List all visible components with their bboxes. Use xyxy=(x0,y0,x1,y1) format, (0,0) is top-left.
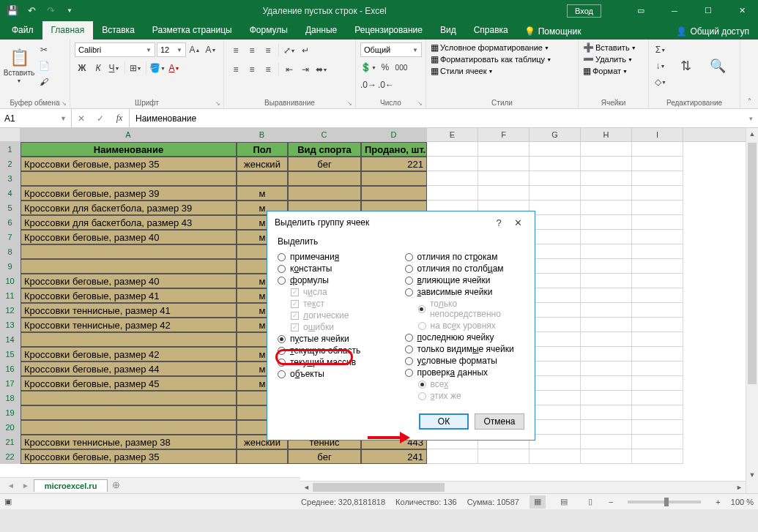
cell[interactable] xyxy=(478,171,530,186)
cell[interactable] xyxy=(530,376,581,391)
cell[interactable] xyxy=(581,201,632,215)
expand-fbar-icon[interactable]: ▾ xyxy=(743,115,758,122)
cell[interactable] xyxy=(581,332,632,347)
radio-data-validation[interactable]: проверка данных xyxy=(405,367,525,378)
cell[interactable]: Кроссовки беговые, размер 40 xyxy=(21,230,237,244)
select-all-corner[interactable] xyxy=(0,128,21,141)
tab-layout[interactable]: Разметка страницы xyxy=(144,21,241,40)
wrap-text-icon[interactable]: ↵ xyxy=(298,43,313,58)
launcher-icon[interactable]: ↘ xyxy=(215,100,220,107)
cell[interactable] xyxy=(530,361,581,376)
row-header[interactable]: 11 xyxy=(0,288,21,303)
tab-help[interactable]: Справка xyxy=(465,21,517,40)
column-header[interactable]: H xyxy=(581,128,632,141)
autosum-icon[interactable]: Σ ▼ xyxy=(653,42,668,57)
cell[interactable] xyxy=(530,347,581,361)
qat-customize-icon[interactable]: ▼ xyxy=(62,3,78,19)
cell[interactable] xyxy=(632,274,683,288)
cell[interactable]: м xyxy=(237,186,288,201)
cell[interactable] xyxy=(530,274,581,288)
row-header[interactable]: 19 xyxy=(0,405,21,420)
cell[interactable] xyxy=(361,171,427,186)
cell[interactable]: Вид спорта xyxy=(288,142,361,157)
font-name-combo[interactable]: Calibri▼ xyxy=(75,42,155,57)
fill-icon[interactable]: ↓ ▼ xyxy=(653,59,668,73)
column-header[interactable]: E xyxy=(427,128,478,141)
row-header[interactable]: 16 xyxy=(0,361,21,376)
cell[interactable]: Кроссовки беговые, размер 39 xyxy=(21,186,237,201)
dec-decimal-icon[interactable]: .0← xyxy=(378,78,394,92)
column-header[interactable]: G xyxy=(530,128,581,141)
maximize-icon[interactable]: ☐ xyxy=(692,0,724,21)
cell[interactable] xyxy=(21,244,237,259)
row-header[interactable]: 7 xyxy=(0,230,21,244)
radio-last-cell[interactable]: последнюю ячейку xyxy=(405,331,525,343)
cell[interactable]: женский xyxy=(237,157,288,171)
cell[interactable]: Кроссовки для баскетбола, размер 43 xyxy=(21,215,237,230)
fill-color-button[interactable]: 🪣 ▼ xyxy=(149,61,166,75)
row-header[interactable]: 14 xyxy=(0,332,21,347)
cell[interactable] xyxy=(632,171,683,186)
cell[interactable] xyxy=(237,449,288,464)
cell[interactable] xyxy=(632,449,683,464)
horizontal-scrollbar[interactable]: ◄► xyxy=(300,481,746,493)
radio-blanks[interactable]: пустые ячейки xyxy=(278,333,398,345)
add-sheet-icon[interactable]: ⊕ xyxy=(109,479,122,492)
column-header[interactable]: F xyxy=(478,128,530,141)
cell[interactable] xyxy=(632,318,683,332)
insert-cells-button[interactable]: ➕ Вставить ▼ xyxy=(583,42,636,53)
cell[interactable] xyxy=(581,230,632,244)
cut-button[interactable]: ✂ xyxy=(37,42,51,57)
row-header[interactable]: 5 xyxy=(0,201,21,215)
record-macro-icon[interactable]: ▣ xyxy=(4,497,12,506)
align-middle-icon[interactable]: ≡ xyxy=(245,43,259,58)
cell[interactable] xyxy=(530,435,581,449)
cell[interactable] xyxy=(530,449,581,464)
tab-home[interactable]: Главная xyxy=(42,21,94,40)
align-center-icon[interactable]: ≡ xyxy=(245,62,259,77)
cell[interactable] xyxy=(21,171,237,186)
cell[interactable]: Кроссовки беговые, размер 42 xyxy=(21,347,237,361)
cell[interactable] xyxy=(632,435,683,449)
sort-filter-button[interactable]: ⇅ xyxy=(671,42,700,89)
row-header[interactable]: 22 xyxy=(0,449,21,464)
row-header[interactable]: 18 xyxy=(0,391,21,405)
cell[interactable] xyxy=(478,186,530,201)
radio-dependents[interactable]: зависимые ячейки xyxy=(405,286,525,298)
radio-constants[interactable]: константы xyxy=(278,263,398,274)
cell[interactable] xyxy=(427,171,478,186)
cell[interactable] xyxy=(581,391,632,405)
cell[interactable] xyxy=(581,186,632,201)
row-header[interactable]: 20 xyxy=(0,420,21,435)
find-select-button[interactable]: 🔍 xyxy=(703,42,732,89)
cell[interactable] xyxy=(632,230,683,244)
cell[interactable]: Кроссовки беговые, размер 35 xyxy=(21,449,237,464)
cell[interactable] xyxy=(632,201,683,215)
cell-styles-button[interactable]: ▦ Стили ячеек ▼ xyxy=(431,66,493,76)
cell[interactable]: 221 xyxy=(361,157,427,171)
cell[interactable] xyxy=(632,405,683,420)
clear-icon[interactable]: ◇ ▼ xyxy=(653,75,668,89)
merge-icon[interactable]: ⬌ ▼ xyxy=(314,62,329,77)
comma-icon[interactable]: 000 xyxy=(394,60,409,75)
cell[interactable]: Кроссовки беговые, размер 41 xyxy=(21,288,237,303)
cell[interactable] xyxy=(632,391,683,405)
cell[interactable] xyxy=(581,435,632,449)
zoom-slider[interactable] xyxy=(628,501,701,503)
indent-dec-icon[interactable]: ⇤ xyxy=(282,62,297,77)
bold-button[interactable]: Ж xyxy=(75,61,89,75)
conditional-formatting-button[interactable]: ▦ Условное форматирование ▼ xyxy=(431,42,549,53)
radio-notes[interactable]: примечания xyxy=(278,251,398,263)
cell[interactable] xyxy=(288,186,361,201)
cell[interactable] xyxy=(478,449,530,464)
cell[interactable] xyxy=(581,157,632,171)
cell[interactable] xyxy=(581,259,632,274)
cell[interactable] xyxy=(632,361,683,376)
cancel-button[interactable]: Отмена xyxy=(475,413,524,430)
row-header[interactable]: 21 xyxy=(0,435,21,449)
cell[interactable] xyxy=(288,171,361,186)
format-as-table-button[interactable]: ▦ Форматировать как таблицу ▼ xyxy=(431,54,551,64)
tab-review[interactable]: Рецензирование xyxy=(346,21,431,40)
cell[interactable]: Кроссовки теннисные, размер 41 xyxy=(21,303,237,318)
tell-me[interactable]: 💡Помощник xyxy=(517,23,589,40)
